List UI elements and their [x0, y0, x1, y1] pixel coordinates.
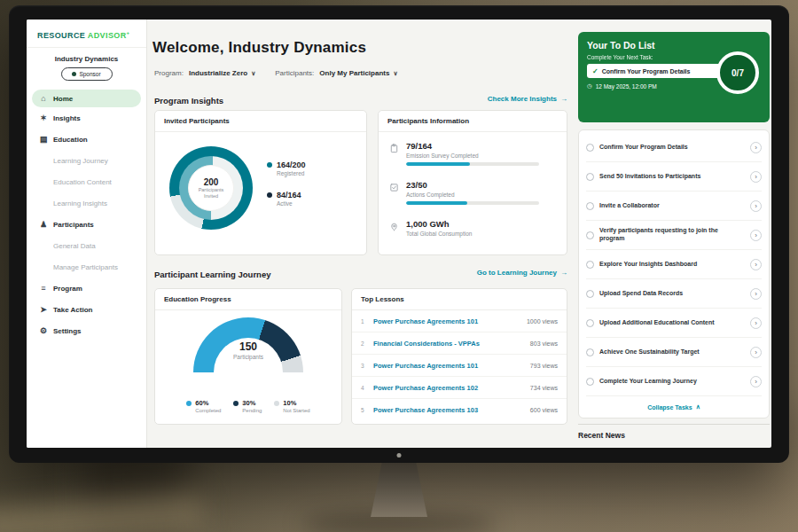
invited-donut-inner: 200 Participants Invited	[179, 156, 243, 220]
sidebar-item-insights[interactable]: ✶ Insights	[27, 107, 146, 129]
card-invited-participants: Invited Participants 200 Participants In…	[154, 110, 367, 255]
task-label: Achieve One Sustainability Target	[599, 348, 745, 356]
sidebar-item-participants[interactable]: ♟ Participants	[27, 214, 146, 235]
brand-plus: +	[127, 30, 130, 35]
link-label: Go to Learning Journey	[477, 269, 557, 277]
chevron-right-icon[interactable]: ›	[750, 347, 762, 358]
check-icon: ✓	[592, 67, 598, 75]
lesson-title-link[interactable]: Financial Considerations - VPPAs	[373, 340, 530, 348]
task-row[interactable]: Send 50 Invitations to Participants ›	[586, 162, 762, 192]
chevron-right-icon[interactable]: ›	[750, 259, 762, 270]
task-checkbox[interactable]	[586, 173, 594, 181]
task-label: Confirm Your Program Details	[599, 144, 745, 152]
task-row[interactable]: Upload Additional Educational Content ›	[586, 309, 762, 338]
sidebar-item-settings[interactable]: ⚙ Settings	[27, 320, 146, 341]
chevron-right-icon[interactable]: ›	[750, 288, 762, 300]
sidebar-item-label: Settings	[53, 327, 82, 335]
todo-card: Your To Do List Complete Your Next Task:…	[578, 32, 770, 122]
stat-value: 23/50	[406, 180, 539, 190]
lesson-rank: 3	[361, 363, 373, 369]
lesson-title-link[interactable]: Power Purchase Agreements 101	[373, 317, 527, 325]
stat-row-actions: 23/50 Actions Completed	[389, 180, 539, 205]
stat-label: Total Global Consumption	[406, 231, 472, 237]
sidebar-item-education[interactable]: ▤ Education	[27, 129, 146, 150]
legend-value: 60%	[195, 399, 208, 407]
legend-item-active: 84/164 Active	[267, 191, 306, 207]
recent-news-title: Recent News	[578, 424, 770, 440]
task-row[interactable]: Upload Spend Data Records ›	[586, 279, 762, 309]
chevron-right-icon[interactable]: ›	[750, 317, 762, 329]
legend-value: 10%	[283, 399, 296, 407]
progress-fill	[406, 162, 470, 166]
task-row[interactable]: Achieve One Sustainability Target ›	[586, 338, 762, 367]
lesson-views: 1000 views	[527, 318, 558, 325]
home-icon: ⌂	[39, 95, 48, 103]
page-title: Welcome, Industry Dynamics	[153, 39, 366, 57]
lesson-views: 600 views	[530, 407, 558, 413]
task-row[interactable]: Verify participants requesting to join t…	[586, 221, 762, 250]
gauge-center-label: Participants	[193, 354, 303, 360]
sidebar-item-home[interactable]: ⌂ Home	[32, 90, 141, 107]
go-to-learning-journey-link[interactable]: Go to Learning Journey →	[477, 269, 567, 277]
legend-dot	[186, 401, 192, 406]
screen: RESOURCE ADVISOR+ Industry Dynamics Spon…	[27, 20, 771, 448]
chevron-right-icon[interactable]: ›	[750, 230, 762, 241]
todo-next-task-pill[interactable]: ✓ Confirm Your Program Details	[587, 64, 722, 78]
task-checkbox[interactable]	[586, 348, 594, 356]
lesson-row[interactable]: 3 Power Purchase Agreements 101 793 view…	[352, 355, 567, 377]
task-checkbox[interactable]	[586, 319, 594, 327]
task-checkbox[interactable]	[586, 290, 594, 298]
sidebar-item-take-action[interactable]: ➤ Take Action	[27, 299, 146, 320]
invited-donut-center: 200 Participants Invited	[188, 165, 234, 211]
chevron-right-icon[interactable]: ›	[750, 171, 762, 183]
monitor-stand	[371, 462, 427, 517]
participants-filter[interactable]: Only My Participants ∨	[319, 69, 397, 77]
sidebar-item-learning-insights[interactable]: Learning Insights	[27, 192, 146, 214]
sponsor-badge[interactable]: Sponsor	[61, 67, 113, 81]
task-row[interactable]: Complete Your Learning Journey ›	[586, 367, 762, 396]
task-checkbox[interactable]	[586, 378, 594, 386]
task-checkbox[interactable]	[586, 144, 594, 152]
sidebar-item-program[interactable]: ≡ Program	[27, 278, 146, 299]
lesson-row[interactable]: 4 Power Purchase Agreements 102 734 view…	[352, 377, 567, 399]
task-label: Upload Spend Data Records	[599, 290, 745, 298]
donut-center-label: Participants Invited	[192, 187, 230, 200]
lesson-rank: 5	[361, 407, 373, 413]
insights-icon: ✶	[39, 114, 48, 122]
lesson-row[interactable]: 1 Power Purchase Agreements 101 1000 vie…	[352, 310, 567, 332]
card-participants-information: Participants Information 79/164 Emission…	[378, 110, 567, 255]
chevron-right-icon[interactable]: ›	[750, 200, 762, 212]
collapse-tasks-button[interactable]: Collapse Tasks ∧	[586, 396, 762, 418]
stat-label: Emission Survey Completed	[406, 153, 539, 159]
check-more-insights-link[interactable]: Check More Insights →	[488, 95, 567, 103]
clock-icon: ◷	[587, 82, 592, 90]
lesson-row[interactable]: 2 Financial Considerations - VPPAs 803 v…	[352, 332, 567, 355]
sidebar-item-general-data[interactable]: General Data	[27, 235, 146, 256]
task-label: Verify participants requesting to join t…	[599, 227, 745, 243]
lesson-title-link[interactable]: Power Purchase Agreements 102	[373, 384, 530, 392]
sidebar-item-label: Take Action	[53, 306, 92, 314]
legend-label: Active	[277, 200, 306, 207]
lesson-title-link[interactable]: Power Purchase Agreements 103	[373, 406, 530, 414]
task-row[interactable]: Confirm Your Program Details ›	[586, 133, 762, 162]
sidebar-item-label: Home	[53, 95, 73, 103]
lesson-row[interactable]: 5 Power Purchase Agreements 103 600 view…	[352, 399, 567, 421]
stat-label: Actions Completed	[406, 192, 539, 198]
card-title: Participants Information	[379, 111, 567, 132]
sidebar-item-learning-journey[interactable]: Learning Journey	[27, 150, 146, 171]
lesson-title-link[interactable]: Power Purchase Agreements 101	[373, 362, 530, 370]
task-checkbox[interactable]	[586, 202, 594, 210]
task-row[interactable]: Explore Your Insights Dashboard ›	[586, 250, 762, 279]
chevron-right-icon[interactable]: ›	[750, 376, 762, 387]
task-label: Explore Your Insights Dashboard	[599, 261, 745, 269]
sidebar-item-manage-participants[interactable]: Manage Participants	[27, 256, 146, 278]
task-checkbox[interactable]	[586, 261, 594, 269]
collapse-up-icon: ∧	[696, 403, 700, 411]
program-filter[interactable]: Industrialize Zero ∨	[189, 69, 255, 77]
checklist-icon	[389, 180, 399, 205]
sidebar-item-education-content[interactable]: Education Content	[27, 171, 146, 192]
gauge-center-value: 150	[193, 340, 303, 353]
chevron-right-icon[interactable]: ›	[750, 142, 762, 153]
task-row[interactable]: Invite a Collaborator ›	[586, 192, 762, 221]
task-checkbox[interactable]	[586, 231, 594, 239]
